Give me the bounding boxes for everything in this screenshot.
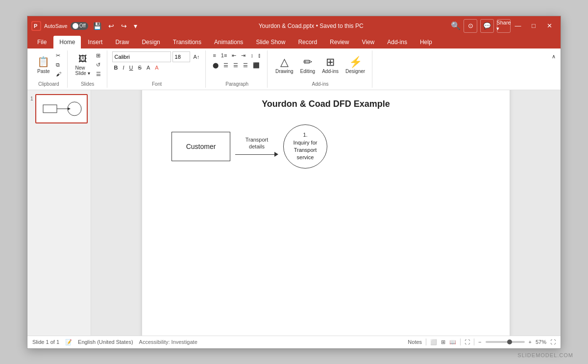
- dfd-arrow-section: Transport details: [230, 136, 283, 157]
- comments-icon[interactable]: 💬: [480, 19, 494, 33]
- addins-group: △ Drawing ✏ Editing ⊞ Add-ins ⚡ Designer: [269, 50, 372, 88]
- smart-art[interactable]: ⬛: [251, 61, 262, 70]
- cut-button[interactable]: ✂: [54, 51, 63, 60]
- notes-icon: 📝: [65, 339, 72, 345]
- shadow-button[interactable]: A: [145, 64, 152, 72]
- redo-icon[interactable]: ↪: [119, 21, 129, 31]
- underline-button[interactable]: U: [127, 64, 135, 72]
- svg-text:P: P: [34, 23, 37, 29]
- accessibility[interactable]: Accessibility: Investigate: [139, 339, 197, 345]
- paste-icon: 📋: [37, 56, 49, 68]
- new-slide-button[interactable]: 🖼 NewSlide ▾: [73, 52, 93, 78]
- notes-button[interactable]: Notes: [408, 339, 422, 345]
- tab-home[interactable]: Home: [53, 36, 81, 49]
- font-name-input[interactable]: [112, 51, 171, 62]
- fit-to-window[interactable]: ⛶: [465, 339, 470, 345]
- autosave-toggle[interactable]: Off: [71, 22, 88, 30]
- maximize-button[interactable]: □: [526, 19, 541, 33]
- app-window: P AutoSave Off 💾 ↩ ↪ ▾ Yourdon & Coad.pp…: [27, 16, 561, 349]
- strikethrough-button[interactable]: S: [136, 64, 144, 72]
- line-spacing[interactable]: ↕: [248, 51, 255, 60]
- editing-label: Editing: [300, 69, 316, 74]
- tab-insert[interactable]: Insert: [82, 36, 108, 49]
- more-icon[interactable]: ▾: [132, 21, 139, 31]
- dfd-entity-label: Customer: [186, 143, 216, 150]
- font-size-input[interactable]: [172, 51, 190, 62]
- font-label: Font: [152, 79, 162, 87]
- numbering-button[interactable]: 1≡: [219, 51, 229, 60]
- slide-canvas[interactable]: Yourdon & Coad DFD Example Customer Tran…: [142, 90, 510, 336]
- decrease-indent[interactable]: ⇤: [230, 51, 238, 60]
- dfd-arrow-line: [235, 154, 274, 155]
- tab-record[interactable]: Record: [292, 36, 323, 49]
- undo-icon[interactable]: ↩: [106, 21, 116, 31]
- justify[interactable]: ☰: [241, 61, 250, 70]
- zoom-slider[interactable]: [486, 341, 525, 343]
- paste-label: Paste: [37, 69, 50, 74]
- align-left[interactable]: ⬤: [211, 61, 220, 70]
- language: English (United States): [78, 339, 133, 345]
- slides-items: 🖼 NewSlide ▾ ⊞ ↺ ☰: [73, 51, 103, 78]
- columns-button[interactable]: ⫿: [256, 51, 263, 60]
- reset-icon[interactable]: ↺: [94, 61, 103, 69]
- window-title: Yourdon & Coad.pptx • Saved to this PC: [171, 23, 451, 29]
- share-icon[interactable]: Share ▾: [497, 19, 511, 33]
- editing-button[interactable]: ✏ Editing: [297, 54, 318, 76]
- view-slide-sorter[interactable]: ⊞: [441, 339, 445, 345]
- font-color-button[interactable]: A: [153, 64, 160, 72]
- clipboard-items: 📋 Paste ✂ ⧉ 🖌: [34, 51, 63, 78]
- designer-button[interactable]: ⚡ Designer: [343, 54, 368, 76]
- center-align[interactable]: ☰: [221, 61, 230, 70]
- autosave-knob: [73, 23, 78, 29]
- bold-button[interactable]: B: [112, 64, 120, 72]
- tab-help[interactable]: Help: [414, 36, 438, 49]
- copy-button[interactable]: ⧉: [54, 61, 63, 69]
- tab-transitions[interactable]: Transitions: [167, 36, 207, 49]
- search-icon[interactable]: 🔍: [451, 21, 461, 30]
- slide-number: 1: [30, 94, 33, 101]
- ribbon-collapse[interactable]: ∧: [550, 52, 558, 61]
- tab-draw[interactable]: Draw: [109, 36, 135, 49]
- zoom-in[interactable]: +: [529, 339, 532, 345]
- zoom-level[interactable]: 57%: [536, 339, 546, 345]
- increase-indent[interactable]: ⇥: [239, 51, 247, 60]
- zoom-track[interactable]: [486, 341, 525, 343]
- editing-icon: ✏: [303, 56, 312, 69]
- section-icon[interactable]: ☰: [94, 70, 103, 78]
- format-painter-button[interactable]: 🖌: [54, 70, 63, 78]
- autosave-state: Off: [79, 23, 86, 28]
- view-normal[interactable]: ⬜: [430, 339, 437, 345]
- drawing-button[interactable]: △ Drawing: [272, 54, 296, 76]
- tab-review[interactable]: Review: [324, 36, 355, 49]
- addins-button[interactable]: ⊞ Add-ins: [319, 54, 342, 76]
- tab-animations[interactable]: Animations: [208, 36, 249, 49]
- save-icon[interactable]: 💾: [91, 21, 103, 31]
- powerpoint-logo: P: [31, 21, 41, 31]
- layout-icon[interactable]: ⊞: [94, 51, 103, 60]
- ribbon: File Home Insert Draw Design Transitions…: [27, 36, 561, 90]
- fit-slide[interactable]: ⛶: [550, 339, 556, 345]
- dfd-arrow-head: [274, 152, 278, 157]
- tab-slideshow[interactable]: Slide Show: [250, 36, 291, 49]
- slides-group: 🖼 NewSlide ▾ ⊞ ↺ ☰ Slides: [69, 50, 107, 88]
- slide-thumbnail[interactable]: [35, 94, 88, 123]
- tab-addins[interactable]: Add-ins: [381, 36, 413, 49]
- bullets-button[interactable]: ≡: [211, 51, 218, 60]
- align-right[interactable]: ☰: [231, 61, 240, 70]
- zoom-thumb[interactable]: [507, 340, 512, 344]
- italic-button[interactable]: I: [121, 64, 126, 72]
- minimize-button[interactable]: —: [511, 19, 525, 33]
- view-reading[interactable]: 📖: [449, 339, 456, 345]
- zoom-out[interactable]: −: [478, 339, 481, 345]
- slide-panel: 1: [27, 90, 91, 336]
- close-button[interactable]: ✕: [542, 19, 557, 33]
- window-controls: — □ ✕: [511, 19, 557, 33]
- font-size-up[interactable]: A↑: [192, 53, 202, 61]
- tab-design[interactable]: Design: [136, 36, 166, 49]
- title-bar-left: P AutoSave Off 💾 ↩ ↪ ▾: [31, 21, 171, 31]
- status-bar-right: Notes ⬜ ⊞ 📖 ⛶ − + 57% ⛶: [408, 339, 556, 345]
- present-icon[interactable]: ⊙: [464, 19, 477, 33]
- tab-file[interactable]: File: [31, 36, 52, 49]
- paste-button[interactable]: 📋 Paste: [34, 54, 53, 76]
- tab-view[interactable]: View: [356, 36, 380, 49]
